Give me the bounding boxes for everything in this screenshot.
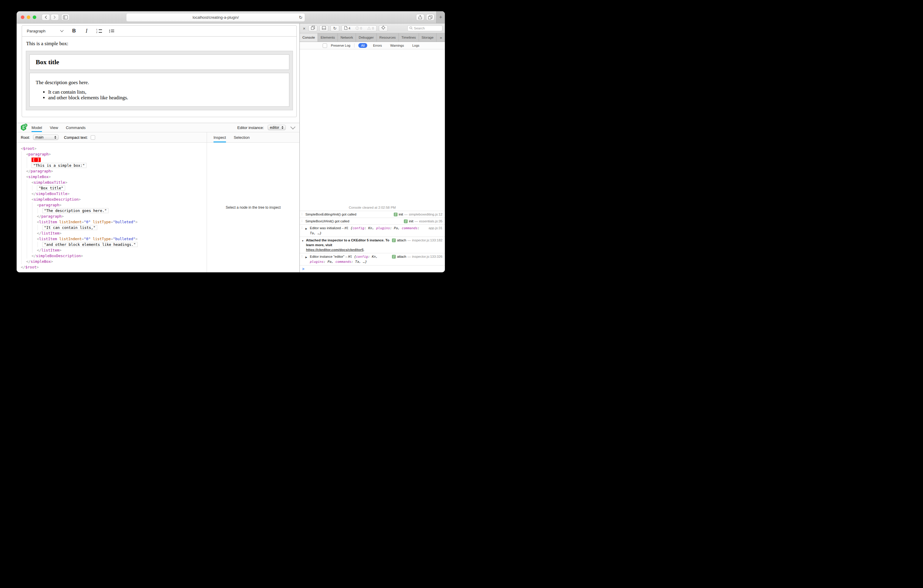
console-location-link[interactable]: inspector.js:133:182 [412, 238, 442, 243]
editor-content[interactable]: This is a simple box: Box title The desc… [22, 36, 296, 110]
element-picker-button[interactable] [379, 25, 388, 31]
console-prompt[interactable]: > [300, 265, 445, 272]
console-message[interactable]: ⁞SimpleBoxEditing#init() got calledfinit… [300, 211, 445, 218]
inspector-search-input[interactable]: Search [407, 25, 442, 31]
indent-guide [32, 236, 33, 242]
tab-model[interactable]: Model [31, 123, 42, 132]
console-message[interactable]: ⁞▶Editor instance "editor" – Hl {config:… [300, 253, 445, 265]
tab-debugger[interactable]: Debugger [356, 33, 377, 42]
tab-commands[interactable]: Commands [66, 123, 85, 132]
reload-icon[interactable]: ↻ [299, 15, 303, 20]
simple-box-description[interactable]: The description goes here. It can contai… [30, 73, 289, 107]
console-link[interactable]: https://ckeditor.com/docs/ckeditor5 [306, 248, 364, 251]
indent-guide [27, 230, 27, 236]
tab-overflow-icon[interactable]: » [437, 33, 445, 42]
indent-guide [27, 208, 27, 214]
console-message[interactable]: ⁞SimpleBoxUI#init() got calledfinit—esse… [300, 218, 445, 225]
error-count-item[interactable]: 0 [353, 26, 365, 31]
tree-line[interactable]: <paragraph> [21, 151, 207, 157]
new-tab-button[interactable]: + [436, 11, 445, 23]
tree-line[interactable]: </simpleBox> [21, 259, 207, 264]
tree-line[interactable]: </listItem> [21, 247, 207, 253]
root-select[interactable]: main [33, 135, 59, 140]
tree-line[interactable]: <$root> [21, 146, 207, 151]
italic-button[interactable]: I [83, 27, 90, 34]
tree-line[interactable]: [ ] [21, 157, 207, 163]
console-location-link[interactable]: simpleboxediting.js:12 [409, 212, 442, 217]
scope-errors[interactable]: Errors [370, 43, 384, 48]
scope-warnings[interactable]: Warnings [388, 43, 406, 48]
tab-resources[interactable]: Resources [377, 33, 399, 42]
bold-button[interactable]: B [71, 27, 77, 34]
list-item[interactable]: and other block elements like headings. [48, 95, 283, 100]
scope-logs[interactable]: Logs [409, 43, 422, 48]
zoom-window-button[interactable] [33, 15, 36, 19]
share-button[interactable] [416, 14, 424, 21]
compact-text-checkbox[interactable] [91, 135, 95, 140]
console-location-link[interactable]: inspector.js:133:326 [412, 254, 442, 259]
url-text: localhost/creating-a-plugin/ [193, 15, 239, 20]
description-paragraph[interactable]: The description goes here. [36, 80, 283, 85]
tab-console[interactable]: Console [300, 33, 318, 42]
tree-line[interactable]: "and other block elements like headings.… [21, 242, 207, 247]
back-button[interactable] [42, 14, 50, 21]
console-location-link[interactable]: app.js:31 [429, 226, 442, 230]
tab-elements[interactable]: Elements [318, 33, 338, 42]
close-inspector-button[interactable]: × [302, 26, 306, 31]
scope-all[interactable]: All [358, 43, 367, 48]
simple-box-widget[interactable]: Box title The description goes here. It … [26, 51, 293, 110]
tree-line[interactable]: "It can contain lists," [21, 225, 207, 230]
tab-storage[interactable]: Storage [419, 33, 437, 42]
tree-line[interactable]: </listItem> [21, 230, 207, 236]
dock-bottom-button[interactable] [319, 25, 328, 31]
indent-guide [27, 157, 27, 163]
minimize-window-button[interactable] [27, 15, 30, 19]
editor-instance-select[interactable]: editor [268, 125, 286, 130]
heading-dropdown[interactable]: Paragraph [25, 28, 65, 34]
tree-line[interactable]: <simpleBox> [21, 174, 207, 179]
pane-tab-inspect[interactable]: Inspect [214, 132, 226, 142]
tree-line[interactable]: <listItem listIndent="0" listType="bulle… [21, 219, 207, 225]
numbered-list-button[interactable]: 1 2 [96, 27, 102, 34]
show-tabs-button[interactable] [426, 14, 434, 21]
address-bar[interactable]: localhost/creating-a-plugin/ ↻ [126, 13, 305, 22]
console-message[interactable]: ▼Attached the inspector to a CKEditor 5 … [300, 237, 445, 253]
reload-page-button[interactable]: ↻ [330, 25, 339, 31]
tree-line[interactable]: </paragraph> [21, 168, 207, 174]
select-arrows-icon [54, 136, 56, 139]
simple-box-title[interactable]: Box title [30, 54, 289, 70]
collapse-inspector-icon[interactable] [291, 125, 296, 130]
tree-line[interactable]: <simpleBoxTitle> [21, 179, 207, 185]
tree-line[interactable]: </paragraph> [21, 214, 207, 219]
sidebar-button[interactable] [61, 14, 70, 21]
warning-count-item[interactable]: 0 [365, 26, 376, 31]
pane-tab-selection[interactable]: Selection [234, 132, 250, 142]
tree-line[interactable]: "The description goes here." [21, 208, 207, 214]
indent-guide [32, 202, 33, 208]
tree-line[interactable]: <paragraph> [21, 202, 207, 208]
warning-icon [367, 26, 371, 30]
detach-inspector-button[interactable] [308, 25, 317, 31]
tree-line[interactable]: "This is a simple box:" [21, 163, 207, 168]
console-message[interactable]: ⁞▶Editor was initialized – Hl {config: K… [300, 225, 445, 237]
tree-line[interactable]: </$root> [21, 264, 207, 270]
forward-button[interactable] [51, 14, 59, 21]
resource-count-item[interactable]: 4 [342, 26, 353, 31]
tab-network[interactable]: Network [338, 33, 356, 42]
tree-line[interactable]: </simpleBoxDescription> [21, 253, 207, 259]
list-item[interactable]: It can contain lists, [48, 89, 283, 95]
window-controls [21, 15, 36, 19]
resource-summary[interactable]: 4 0 0 [342, 25, 377, 31]
tree-line[interactable]: <listItem listIndent="0" listType="bulle… [21, 236, 207, 242]
close-window-button[interactable] [21, 15, 25, 19]
tree-line[interactable]: </simpleBoxTitle> [21, 191, 207, 197]
preserve-log-checkbox[interactable] [323, 43, 327, 48]
bulleted-list-button[interactable] [108, 27, 115, 34]
tree-line[interactable]: <simpleBoxDescription> [21, 197, 207, 202]
console-location-link[interactable]: essentials.js:35 [419, 219, 442, 223]
error-count: 0 [360, 26, 362, 30]
tab-timelines[interactable]: Timelines [399, 33, 419, 42]
tab-view[interactable]: View [50, 123, 58, 132]
tree-line[interactable]: "Box title" [21, 185, 207, 191]
intro-paragraph[interactable]: This is a simple box: [26, 41, 293, 47]
